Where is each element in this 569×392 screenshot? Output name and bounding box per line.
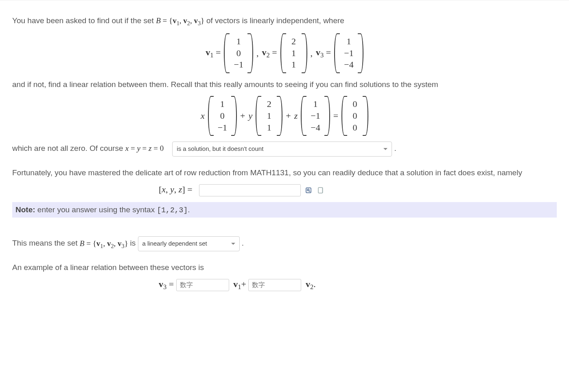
- note-text: enter you answer using the syntax: [37, 205, 157, 214]
- xyz-lhs: [x, y, z] =: [159, 184, 193, 194]
- v1-term: v1+: [233, 279, 248, 289]
- trivial-solution-dropdown[interactable]: is a solution, but it doesn't count: [172, 142, 392, 157]
- syntax-note: Note: enter you answer using the syntax …: [12, 202, 557, 218]
- preview-icon[interactable]: [304, 186, 313, 195]
- vector-v2: 211: [280, 33, 307, 73]
- v2-term: v2.: [306, 279, 316, 289]
- svg-rect-3: [318, 187, 323, 193]
- intro-pre: You have been asked to find out if the s…: [12, 16, 156, 25]
- chevron-down-icon: [231, 243, 235, 245]
- para6: An example of a linear relation between …: [12, 262, 557, 274]
- dependence-line: This means the set B = {v1, v2, v3} is a…: [12, 236, 557, 251]
- para2: and if not, find a linear relation betwe…: [12, 79, 557, 91]
- linear-relation-row: v3 = v1+ v2.: [12, 279, 557, 291]
- intro-line: You have been asked to find out if the s…: [12, 15, 557, 28]
- trivial-eq: x = y = z = 0: [125, 144, 164, 153]
- dropdown2-label: a linearly dependent set: [142, 239, 207, 248]
- vector-v3: 1−1−4: [334, 33, 363, 73]
- para5-post: is: [130, 239, 138, 248]
- system-equation: x 10−1 + y 211 + z 1−1−4 = 000: [12, 96, 557, 136]
- coeff-v2-input[interactable]: [248, 279, 301, 291]
- svg-line-2: [309, 191, 310, 192]
- xyz-answer-input[interactable]: [199, 184, 301, 196]
- set-B: B = {v1, v2, v3}: [156, 16, 206, 25]
- intro-post: of vectors is linearly independent, wher…: [206, 16, 344, 25]
- vector-definitions: v1 = 10−1 , v2 = 211 , v3 = 1−1−4: [12, 33, 557, 73]
- svg-rect-0: [306, 188, 311, 193]
- period1: .: [394, 144, 396, 153]
- coeff-v1-input[interactable]: [176, 279, 229, 291]
- xyz-answer-row: [x, y, z] =: [12, 184, 557, 196]
- v3-lhs: v3 =: [159, 279, 176, 289]
- period2: .: [242, 239, 244, 248]
- para5-pre: This means the set: [12, 239, 80, 248]
- para3-pre: which are not all zero. Of course: [12, 144, 125, 153]
- note-period: .: [188, 205, 190, 214]
- question-body: You have been asked to find out if the s…: [0, 0, 569, 314]
- dropdown1-label: is a solution, but it doesn't count: [177, 144, 263, 154]
- dependence-dropdown[interactable]: a linearly dependent set: [138, 236, 240, 251]
- para4: Fortunately, you have mastered the delic…: [12, 167, 557, 179]
- set-B-2: B = {v1, v2, v3}: [80, 239, 130, 248]
- vector-v1: 10−1: [224, 33, 253, 73]
- chevron-down-icon: [383, 148, 387, 150]
- trivial-solution-line: which are not all zero. Of course x = y …: [12, 142, 557, 157]
- note-syntax: [1,2,3]: [157, 206, 188, 214]
- help-icon[interactable]: [316, 186, 325, 195]
- note-label: Note:: [15, 205, 35, 214]
